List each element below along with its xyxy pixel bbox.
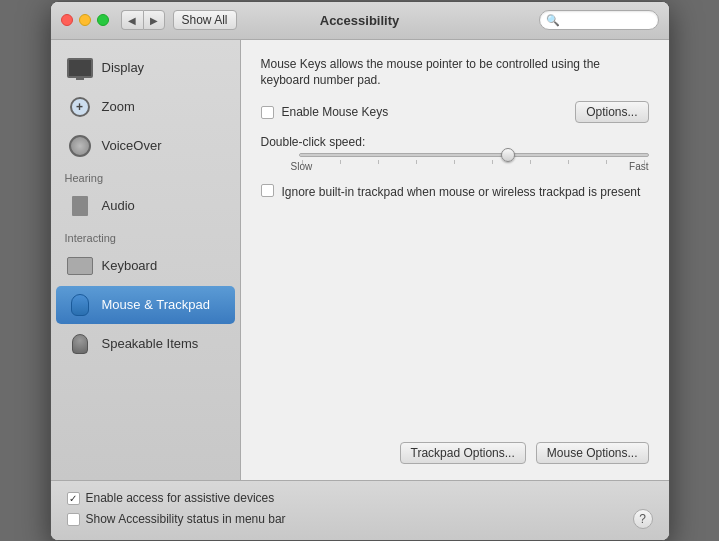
interacting-section-header: Interacting [51, 226, 240, 246]
traffic-lights [61, 14, 109, 26]
sidebar: Display Zoom VoiceOver Hearing Au [51, 40, 241, 480]
footer: Enable access for assistive devices Show… [51, 480, 669, 540]
sidebar-item-keyboard[interactable]: Keyboard [56, 247, 235, 285]
sidebar-item-label: Audio [102, 198, 135, 213]
search-box[interactable]: 🔍 [539, 10, 659, 30]
voiceover-icon [66, 132, 94, 160]
minimize-button[interactable] [79, 14, 91, 26]
speakable-icon [66, 330, 94, 358]
window-title: Accessibility [320, 13, 400, 28]
close-button[interactable] [61, 14, 73, 26]
display-icon [66, 54, 94, 82]
keyboard-icon [66, 252, 94, 280]
mouse-options-button[interactable]: Mouse Options... [536, 442, 649, 464]
sidebar-item-voiceover[interactable]: VoiceOver [56, 127, 235, 165]
options-button[interactable]: Options... [575, 101, 648, 123]
double-click-speed-row: Double-click speed: [261, 135, 649, 172]
ignore-trackpad-checkbox[interactable] [261, 184, 274, 197]
maximize-button[interactable] [97, 14, 109, 26]
search-icon: 🔍 [546, 14, 560, 27]
trackpad-options-button[interactable]: Trackpad Options... [400, 442, 526, 464]
enable-mouse-keys-checkbox[interactable] [261, 106, 274, 119]
sidebar-item-label: Mouse & Trackpad [102, 297, 210, 312]
double-click-speed-label: Double-click speed: [261, 135, 649, 149]
sidebar-item-label: Keyboard [102, 258, 158, 273]
bottom-buttons: Trackpad Options... Mouse Options... [261, 442, 649, 464]
window: ◀ ▶ Show All Accessibility 🔍 Display [50, 1, 670, 541]
sidebar-item-label: Speakable Items [102, 336, 199, 351]
ignore-trackpad-row: Ignore built-in trackpad when mouse or w… [261, 184, 649, 201]
slider-track[interactable] [299, 153, 649, 157]
slider-container [261, 153, 649, 157]
titlebar: ◀ ▶ Show All Accessibility 🔍 [51, 2, 669, 40]
enable-mouse-keys-label: Enable Mouse Keys [282, 105, 389, 119]
help-button[interactable]: ? [633, 509, 653, 529]
sidebar-item-display[interactable]: Display [56, 49, 235, 87]
main-content: Mouse Keys allows the mouse pointer to b… [241, 40, 669, 480]
enable-assistive-checkbox[interactable] [67, 492, 80, 505]
sidebar-item-label: VoiceOver [102, 138, 162, 153]
nav-buttons: ◀ ▶ [121, 10, 165, 30]
search-input[interactable] [563, 13, 653, 27]
sidebar-item-audio[interactable]: Audio [56, 187, 235, 225]
description-text: Mouse Keys allows the mouse pointer to b… [261, 56, 649, 90]
enable-mouse-keys-row: Enable Mouse Keys Options... [261, 101, 649, 123]
ignore-trackpad-label: Ignore built-in trackpad when mouse or w… [282, 184, 641, 201]
enable-assistive-label: Enable access for assistive devices [86, 491, 275, 505]
mouse-trackpad-icon [66, 291, 94, 319]
back-button[interactable]: ◀ [121, 10, 143, 30]
content: Display Zoom VoiceOver Hearing Au [51, 40, 669, 480]
sidebar-item-speakable-items[interactable]: Speakable Items [56, 325, 235, 363]
zoom-icon [66, 93, 94, 121]
show-status-row: Show Accessibility status in menu bar ? [67, 509, 653, 529]
forward-button[interactable]: ▶ [143, 10, 165, 30]
show-status-label: Show Accessibility status in menu bar [86, 512, 286, 526]
enable-assistive-row: Enable access for assistive devices [67, 491, 653, 505]
sidebar-item-label: Zoom [102, 99, 135, 114]
hearing-section-header: Hearing [51, 166, 240, 186]
audio-icon [66, 192, 94, 220]
sidebar-item-mouse-trackpad[interactable]: Mouse & Trackpad [56, 286, 235, 324]
sidebar-item-label: Display [102, 60, 145, 75]
show-all-button[interactable]: Show All [173, 10, 237, 30]
show-status-checkbox[interactable] [67, 513, 80, 526]
sidebar-item-zoom[interactable]: Zoom [56, 88, 235, 126]
